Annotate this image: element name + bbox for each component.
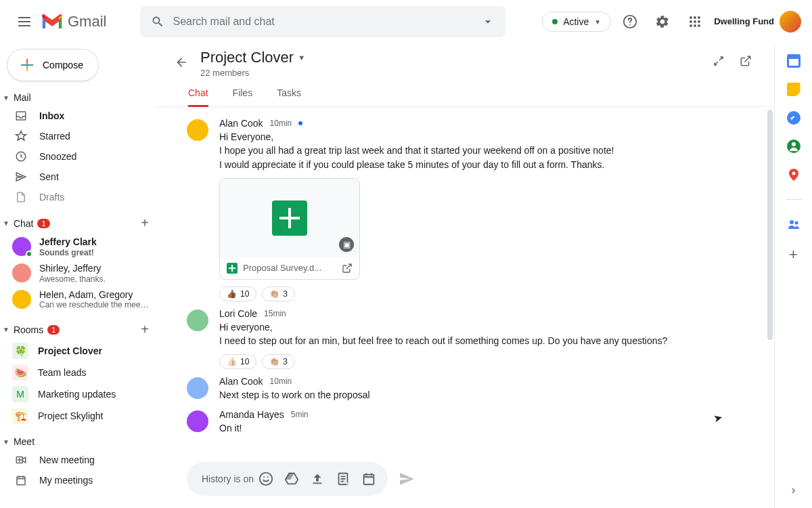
- emoji-button[interactable]: [254, 467, 278, 491]
- chat-section-header[interactable]: ▼Chat1+: [0, 213, 157, 234]
- docs-button[interactable]: [331, 467, 355, 491]
- send-button[interactable]: [393, 465, 420, 492]
- nav-inbox[interactable]: Inbox: [0, 106, 157, 126]
- right-side-panel: + ›: [774, 43, 812, 508]
- tab-files[interactable]: Files: [233, 87, 253, 106]
- svg-point-20: [792, 172, 795, 175]
- expand-panel-button[interactable]: ›: [792, 483, 796, 497]
- reaction-chip[interactable]: 👍🏻10: [219, 354, 256, 369]
- search-input[interactable]: [173, 16, 481, 28]
- svg-point-9: [694, 24, 696, 27]
- svg-point-3: [694, 16, 696, 19]
- meet-new-meeting[interactable]: New meeting: [0, 450, 157, 470]
- caret-down-icon: ▼: [3, 94, 9, 102]
- drive-button[interactable]: [279, 467, 304, 491]
- nav-starred[interactable]: Starred: [0, 126, 157, 146]
- gear-icon: [655, 14, 670, 29]
- open-icon[interactable]: [342, 263, 353, 274]
- svg-point-6: [694, 20, 696, 23]
- reaction-count: 3: [283, 357, 288, 366]
- inbox-icon: [15, 110, 27, 122]
- presence-dot-icon: [26, 251, 32, 257]
- avatar: [12, 237, 31, 256]
- room-title[interactable]: Project Clover▼: [200, 49, 305, 66]
- new-room-button[interactable]: +: [141, 322, 149, 337]
- message-time: 15min: [264, 309, 286, 318]
- main-menu-button[interactable]: [11, 8, 38, 35]
- presence-dot-icon: [552, 19, 558, 24]
- reaction-emoji: 👏🏼: [269, 289, 279, 299]
- reaction-chip[interactable]: 👍🏾10: [219, 287, 256, 301]
- drive-icon: [284, 471, 299, 486]
- search-options-icon[interactable]: [481, 15, 495, 28]
- caret-down-icon: ▼: [3, 326, 9, 333]
- room-item[interactable]: 🍀Project Clover: [0, 340, 157, 362]
- room-item[interactable]: 🏗️Project Skylight: [0, 405, 157, 427]
- message-text: Next step is to work on the proposal: [219, 388, 747, 402]
- collapse-button[interactable]: [706, 49, 731, 73]
- message-author: Alan Cook: [219, 376, 263, 387]
- rooms-unread-badge: 1: [47, 325, 60, 335]
- hamburger-icon: [18, 17, 30, 26]
- room-subtitle: 22 members: [200, 68, 305, 78]
- nav-snoozed[interactable]: Snoozed: [0, 146, 157, 167]
- message-composer[interactable]: History is on: [187, 462, 388, 496]
- calendar-icon: [15, 474, 27, 486]
- message-time: 10min: [270, 377, 292, 386]
- avatar: [187, 119, 208, 141]
- svg-point-8: [690, 24, 692, 27]
- message-author: Alan Cook: [219, 118, 263, 129]
- tasks-app-icon[interactable]: [787, 111, 800, 125]
- rooms-section-header[interactable]: ▼Rooms1+: [0, 319, 157, 340]
- account-avatar[interactable]: [780, 11, 801, 33]
- contacts-app-icon[interactable]: [787, 140, 800, 153]
- message-text: On it!: [219, 421, 747, 435]
- message-list: ➤ Alan Cook10minHi Everyone,I hope you a…: [157, 107, 774, 455]
- apps-button[interactable]: [681, 8, 708, 35]
- calendar-app-icon[interactable]: [787, 54, 800, 68]
- svg-point-1: [629, 24, 631, 26]
- calendar-button[interactable]: [357, 467, 381, 491]
- compose-button[interactable]: Compose: [7, 49, 99, 81]
- tab-tasks[interactable]: Tasks: [277, 87, 301, 106]
- nav-drafts[interactable]: Drafts: [0, 187, 157, 206]
- chat-item[interactable]: Jeffery ClarkSounds great!: [0, 234, 157, 260]
- nav-sent[interactable]: Sent: [0, 167, 157, 187]
- message-time: 5min: [291, 410, 309, 419]
- room-avatar: 🍉: [12, 364, 28, 381]
- reaction-chip[interactable]: 👏🏼3: [262, 287, 295, 301]
- mail-section-header[interactable]: ▼Mail: [0, 89, 157, 106]
- reaction-chip[interactable]: 👏🏼3: [262, 354, 295, 369]
- settings-button[interactable]: [649, 8, 676, 35]
- search-bar[interactable]: [140, 6, 505, 37]
- tab-chat[interactable]: Chat: [188, 87, 208, 107]
- chat-item[interactable]: Shirley, JefferyAwesome, thanks.: [0, 260, 157, 287]
- maps-app-icon[interactable]: [787, 168, 800, 182]
- reaction-emoji: 👍🏻: [227, 357, 237, 366]
- attachment-card[interactable]: ▣Proposal Survey.d...: [219, 178, 360, 280]
- gmail-logo[interactable]: Gmail: [41, 13, 106, 30]
- meet-section-header[interactable]: ▼Meet: [0, 433, 157, 450]
- new-chat-button[interactable]: +: [141, 215, 149, 231]
- room-item[interactable]: 🍉Team leads: [0, 362, 157, 383]
- message: Lori Cole15minHi everyone,I need to step…: [187, 308, 747, 370]
- video-icon: [15, 454, 27, 466]
- room-item[interactable]: MMarketing updates: [0, 383, 157, 405]
- add-app-button[interactable]: +: [789, 246, 798, 263]
- support-button[interactable]: [616, 8, 644, 35]
- sheets-mini-icon: [227, 263, 238, 274]
- chat-item[interactable]: Helen, Adam, GregoryCan we reschedule th…: [0, 287, 157, 313]
- calendar-icon: [361, 471, 376, 486]
- people-app-icon[interactable]: [787, 217, 800, 231]
- help-icon: [623, 14, 637, 29]
- avatar: [12, 263, 31, 282]
- back-button[interactable]: [168, 49, 195, 76]
- popout-button[interactable]: [734, 49, 758, 73]
- keep-app-icon[interactable]: [787, 83, 800, 96]
- message: Alan Cook10minNext step is to work on th…: [187, 376, 747, 402]
- upload-button[interactable]: [305, 467, 330, 491]
- message: Amanda Hayes5minOn it!: [187, 409, 747, 435]
- meet-my-meetings[interactable]: My meetings: [0, 470, 157, 490]
- status-selector[interactable]: Active ▼: [542, 12, 611, 32]
- scrollbar[interactable]: [767, 110, 773, 340]
